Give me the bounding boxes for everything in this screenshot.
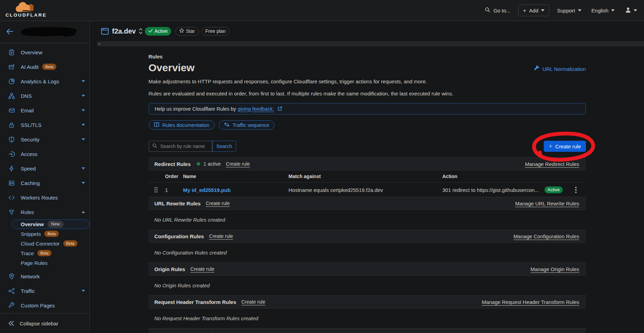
go-to-label: Go to... (493, 8, 510, 13)
manage-rules-link[interactable]: Manage Origin Rules (531, 266, 579, 272)
wrench-icon (534, 65, 540, 72)
browser-window-icon (101, 28, 109, 35)
feedback-text: Help us improve Cloudflare Rules by (155, 106, 236, 112)
account-menu[interactable] (625, 7, 637, 15)
rules-documentation-button[interactable]: Rules documentation (149, 120, 215, 130)
cloudflare-logo[interactable]: CLOUDFLARE (6, 2, 43, 18)
rules-table-header: OrderNameMatch againstAction (149, 170, 586, 183)
section-header-url-rewrite-rules: URL Rewrite RulesCreate ruleManage URL R… (149, 197, 586, 210)
network-icon (8, 273, 15, 280)
sidebar-item-analytics-logs[interactable]: Analytics & Logs (0, 74, 90, 89)
rules-section-request-header-transform-rules: Request Header Transform RulesCreate rul… (149, 295, 586, 328)
add-button[interactable]: + Add (518, 4, 550, 16)
sidebar-item-caching[interactable]: Caching (0, 176, 90, 190)
cloudflare-wordmark: CLOUDFLARE (6, 12, 43, 18)
sidebar-item-label: Security (21, 137, 39, 142)
horizontal-scrollbar[interactable] (97, 41, 644, 46)
rules-section-cache-rules: Cache RulesCreate ruleManage Cache Rules (149, 328, 586, 333)
create-rule-link[interactable]: Create rule (209, 233, 233, 239)
empty-state-text: No Request Header Transform Rules create… (149, 308, 586, 328)
star-button[interactable]: Star (175, 27, 199, 36)
sidebar-item-security[interactable]: Security (0, 132, 90, 147)
plan-badge: Free plan (202, 27, 230, 36)
sidebar-subitem-trace[interactable]: TraceBeta (0, 248, 90, 258)
language-menu[interactable]: English (591, 8, 615, 13)
sidebar-subitem-label: Cloud Connector (21, 241, 60, 247)
create-rule-link[interactable]: Create rule (206, 201, 230, 206)
chevron-down-icon (578, 9, 581, 11)
sidebar-item-custom-pages[interactable]: Custom Pages (0, 298, 90, 313)
support-menu[interactable]: Support (557, 8, 581, 13)
sidebar-item-overview[interactable]: Overview (0, 45, 90, 59)
swap-arrows-icon (224, 122, 230, 128)
sidebar-item-ssl-tls[interactable]: SSL/TLS (0, 118, 90, 132)
ssl-tls-icon (8, 122, 15, 128)
section-status: 1 active (197, 161, 221, 167)
sidebar-item-ai-audit[interactable]: AI AuditBeta (0, 59, 90, 74)
section-header-cache-rules: Cache RulesCreate ruleManage Cache Rules (149, 328, 586, 333)
sidebar-item-rules[interactable]: Rules (0, 205, 90, 219)
sidebar-subitem-cloud-connector[interactable]: Cloud ConnectorBeta (0, 239, 90, 248)
beta-badge: Beta (37, 250, 52, 256)
back-arrow-icon[interactable] (6, 28, 13, 36)
rules-section-configuration-rules: Configuration RulesCreate ruleManage Con… (149, 230, 586, 262)
sidebar-item-label: Speed (21, 166, 36, 172)
giving-feedback-link[interactable]: giving feedback. (238, 106, 274, 112)
sidebar-subitem-overview[interactable]: OverviewNew (0, 219, 90, 229)
create-rule-link[interactable]: Create rule (241, 299, 265, 305)
sidebar-item-email[interactable]: Email (0, 103, 90, 118)
manage-rules-link[interactable]: Manage Redirect Rules (525, 161, 579, 167)
create-rule-link[interactable]: Create rule (226, 161, 250, 167)
drag-handle-icon[interactable] (154, 187, 158, 193)
sidebar-item-access[interactable]: Access (0, 147, 90, 161)
create-rule-link[interactable]: Create rule (190, 266, 214, 272)
rules-sections: Redirect Rules1 activeCreate ruleManage … (149, 157, 586, 333)
sidebar-item-dns[interactable]: DNS (0, 89, 90, 103)
manage-rules-link[interactable]: Manage URL Rewrite Rules (515, 201, 579, 206)
section-title: Cache Rules (155, 332, 186, 333)
rules-section-origin-rules: Origin RulesCreate ruleManage Origin Rul… (149, 262, 586, 295)
manage-rules-link[interactable]: Manage Configuration Rules (513, 233, 579, 239)
manage-rules-link[interactable]: Manage Cache Rules (529, 332, 579, 333)
active-dot-icon (197, 162, 200, 166)
sidebar-subitem-label: Snippets (21, 231, 41, 237)
beta-badge: Beta (42, 64, 57, 70)
sidebar-item-label: SSL/TLS (21, 122, 41, 128)
topbar: CLOUDFLARE Go to... + Add Support Englis… (0, 0, 644, 21)
sidebar-item-traffic[interactable]: Traffic (0, 284, 90, 298)
sidebar-subitem-snippets[interactable]: SnippetsBeta (0, 229, 90, 239)
site-switcher-icon[interactable] (139, 28, 143, 35)
manage-rules-link[interactable]: Manage Request Header Transform Rules (482, 299, 579, 305)
url-normalization-link[interactable]: URL Normalization (534, 65, 586, 72)
custom-pages-icon (8, 302, 15, 309)
chevron-down-icon (611, 9, 615, 11)
traffic-sequence-button[interactable]: Traffic sequence (219, 120, 274, 130)
breadcrumb: Rules (149, 46, 586, 59)
sidebar-item-label: Rules (21, 209, 34, 215)
email-icon (8, 107, 15, 114)
sidebar-item-workers-routes[interactable]: Workers Routes (0, 190, 90, 205)
chevron-up-icon (82, 211, 85, 213)
access-icon (8, 151, 15, 157)
traffic-icon (8, 288, 15, 294)
chevron-down-icon (82, 138, 85, 140)
plus-icon: + (523, 8, 526, 13)
sidebar-item-label: Custom Pages (21, 303, 55, 308)
search-group: Search (149, 141, 586, 152)
kebab-menu-icon[interactable] (574, 186, 578, 194)
search-input[interactable] (160, 143, 209, 149)
go-to-search[interactable]: Go to... (485, 7, 510, 14)
beta-badge: Beta (44, 231, 59, 237)
feedback-banner: Help us improve Cloudflare Rules by givi… (149, 103, 586, 114)
overview-icon (8, 49, 15, 56)
collapse-sidebar-button[interactable]: Collapse sidebar (0, 313, 90, 333)
rule-name-link[interactable]: My id_ed25519.pub (183, 187, 231, 193)
create-rule-button[interactable]: + Create rule (544, 141, 586, 152)
sidebar-item-network[interactable]: Network (0, 269, 90, 284)
rules-toolbar: Search + Create rule (149, 141, 586, 152)
search-button[interactable]: Search (212, 141, 236, 152)
sidebar-item-speed[interactable]: Speed (0, 161, 90, 176)
sidebar-item-label: Traffic (21, 288, 35, 294)
plus-icon: + (549, 143, 552, 149)
sidebar-subitem-page-rules[interactable]: Page Rules (0, 258, 90, 268)
